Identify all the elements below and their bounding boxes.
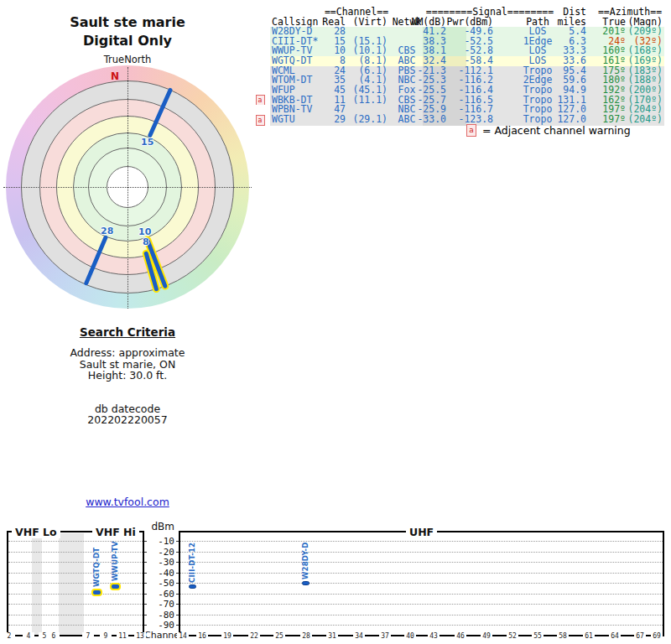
uhf-panel bbox=[179, 531, 664, 636]
signal-table: ==Channel== ========Signal======== Dist … bbox=[250, 8, 664, 124]
vhf-hi-label: VHF Hi bbox=[92, 526, 139, 538]
channel-tick: 40 bbox=[404, 632, 416, 641]
channel-tick: 13 bbox=[134, 632, 146, 641]
dbm-tick-marks bbox=[144, 541, 147, 626]
dbm-tick: -50 bbox=[148, 578, 174, 589]
signal-marker-wgtq bbox=[91, 589, 102, 596]
marker-label-w28dy: W28DY-D bbox=[301, 542, 309, 579]
channel-tick: 34 bbox=[353, 632, 365, 641]
adjacent-warning-icon: a bbox=[256, 115, 265, 126]
channel-tick: 6 bbox=[48, 632, 60, 641]
search-criteria: Search Criteria Address: approximate Sau… bbox=[0, 325, 255, 426]
uhf-label: UHF bbox=[406, 526, 437, 538]
channel-tick: 9 bbox=[100, 632, 112, 641]
channel-tick: 52 bbox=[507, 632, 518, 641]
adjacent-warning-text: = Adjacent channel warning bbox=[482, 124, 631, 137]
db-datecode-label: db datecode bbox=[0, 403, 255, 415]
channel-tick: 16 bbox=[196, 632, 208, 641]
non-tv-band bbox=[32, 533, 42, 635]
signal-marker-wwup bbox=[110, 583, 121, 590]
channel-tick: 49 bbox=[481, 632, 492, 641]
dbm-tick: -30 bbox=[148, 557, 174, 568]
vhf-panel bbox=[7, 531, 144, 636]
tvfool-link[interactable]: www.tvfool.com bbox=[86, 496, 169, 508]
dbm-tick-marks bbox=[176, 541, 179, 626]
col-virt: (Virt) bbox=[347, 18, 391, 28]
channel-tick: 37 bbox=[379, 632, 391, 641]
report-title: Sault ste marie Digital Only bbox=[0, 13, 255, 50]
channel-tick: 25 bbox=[273, 632, 285, 641]
channel-tick: 43 bbox=[428, 632, 440, 641]
dbm-axis-unit: dBm bbox=[148, 521, 174, 532]
channel-tick: 14 bbox=[177, 632, 189, 641]
tvfool-link-wrap: www.tvfool.com bbox=[0, 493, 255, 509]
channel-tick: 58 bbox=[557, 632, 569, 641]
channel-tick: 7 bbox=[82, 632, 94, 641]
radar-crosshair-vertical bbox=[127, 67, 128, 309]
search-criteria-heading: Search Criteria bbox=[0, 325, 255, 339]
channel-tick: 22 bbox=[248, 632, 260, 641]
spectrum-chart: VHF Lo VHF Hi UHF dBm -10 -20 -30 -40 -5… bbox=[0, 520, 671, 644]
radar-label-ch28: 28 bbox=[101, 226, 113, 236]
marker-label-wwup: WWUP-TV bbox=[111, 541, 119, 581]
channel-tick: 55 bbox=[532, 632, 544, 641]
table-row: a WGTU 29 (29.1) ABC -33.0 -123.8 Tropo … bbox=[250, 115, 664, 125]
channel-tick: 61 bbox=[583, 632, 595, 641]
adjacent-warning-legend: a = Adjacent channel warning bbox=[466, 124, 631, 137]
channel-tick: 28 bbox=[300, 632, 312, 641]
signal-marker-ciii bbox=[189, 584, 196, 589]
cell-callsign: WGTU bbox=[270, 115, 322, 126]
signal-marker-w28dy bbox=[302, 581, 309, 585]
marker-label-wgtq: WGTQ-DT bbox=[92, 548, 101, 587]
channel-tick: 67 bbox=[634, 632, 646, 641]
azimuth-radar-plot: N 15 28 10 8 bbox=[2, 61, 253, 313]
north-label: N bbox=[111, 70, 119, 82]
channel-tick: 4 bbox=[23, 632, 34, 641]
tvfool-report: Sault ste marie Digital Only TrueNorth N… bbox=[0, 0, 671, 644]
channel-tick: 31 bbox=[326, 632, 338, 641]
channel-tick: 2 bbox=[3, 632, 15, 641]
dbm-tick: -70 bbox=[148, 599, 174, 610]
height-line: Height: 30.0 ft. bbox=[0, 370, 255, 382]
channel-tick: 11 bbox=[117, 632, 128, 641]
channel-tick: 69 bbox=[651, 632, 663, 641]
radar-label-ch15: 15 bbox=[141, 137, 153, 148]
db-datecode-value: 202202220057 bbox=[0, 414, 255, 426]
channel-axis-label: Channel bbox=[144, 630, 178, 641]
fm-band bbox=[59, 533, 84, 635]
dbm-tick: -10 bbox=[148, 536, 174, 547]
report-title-line1: Sault ste marie bbox=[0, 13, 255, 32]
channel-tick: 19 bbox=[221, 632, 233, 641]
marker-label-ciii: CIII-DT-12 bbox=[188, 543, 196, 583]
vhf-lo-label: VHF Lo bbox=[12, 526, 60, 538]
adjacent-warning-icon: a bbox=[466, 124, 476, 137]
channel-tick: 46 bbox=[455, 632, 466, 641]
report-title-line2: Digital Only bbox=[0, 32, 255, 50]
address-line: Address: approximate bbox=[0, 347, 255, 359]
radar-label-ch8: 8 bbox=[143, 236, 149, 247]
channel-tick: 64 bbox=[609, 632, 621, 641]
city-line: Sault st marie, ON bbox=[0, 359, 255, 371]
